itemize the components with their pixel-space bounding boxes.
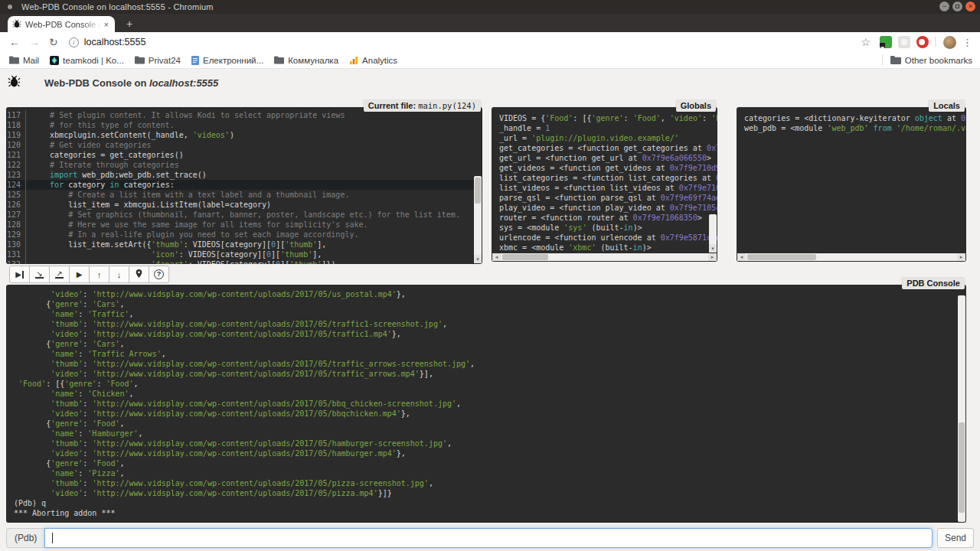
code-line: 126 list_item = xbmcgui.ListItem(label=c… — [6, 200, 482, 210]
pdb-console-tag: PDB Console — [902, 278, 965, 289]
locals-tag: Locals — [929, 100, 965, 112]
locals-panel: Locals categories = <dictionary-keyitera… — [737, 107, 966, 262]
bookmark-item[interactable]: teamkodi | Ko... — [50, 56, 124, 65]
globals-horizontal-scrollbar[interactable]: ◂ ▸ — [492, 253, 717, 261]
site-info-icon[interactable]: i — [69, 37, 79, 47]
back-icon[interactable]: ← — [9, 36, 20, 48]
folder-icon — [135, 56, 145, 64]
console-line: 'thumb': 'http://www.vidsplay.com/wp-con… — [14, 399, 966, 409]
maximize-button[interactable] — [952, 2, 962, 11]
line-number: 119 — [6, 130, 26, 140]
console-line: sys = <module 'sys' (built-in)> — [499, 223, 717, 233]
bookmark-item[interactable]: Privat24 — [135, 56, 181, 65]
console-line: urlencode = <function urlencode at 0x7f9… — [499, 233, 717, 243]
globals-panel: Globals VIDEOS = {'Food': [{'genre': 'Fo… — [492, 107, 717, 262]
stack-up-button[interactable]: ↑ — [89, 266, 109, 283]
line-number: 127 — [6, 210, 26, 220]
code-line: 130 list_item.setArt({'thumb': VIDEOS[ca… — [6, 240, 482, 249]
console-line: 'thumb': 'http://www.vidsplay.com/wp-con… — [14, 319, 966, 329]
console-line: get_url = <function get_url at 0x7f9e6a0… — [499, 153, 717, 163]
locals-view: categories = <dictionary-keyiterator obj… — [737, 107, 966, 253]
locals-horizontal-scrollbar[interactable]: ◂ ▸ — [737, 253, 965, 261]
console-vertical-scrollbar[interactable] — [958, 295, 965, 522]
scroll-down-icon[interactable]: ▾ — [474, 255, 482, 263]
forward-icon[interactable]: → — [29, 36, 40, 48]
extension-red-icon[interactable] — [916, 36, 929, 48]
pdb-command-input[interactable] — [44, 528, 933, 548]
step-into-button[interactable]: ↘ — [29, 266, 50, 283]
console-line: 'video': 'http://www.vidsplay.com/wp-con… — [14, 289, 966, 299]
code-line: 125 # Create a list item with a text lab… — [6, 190, 482, 200]
line-number: 131 — [6, 249, 26, 259]
minimize-button[interactable]: − — [939, 2, 949, 11]
close-button[interactable]: × — [965, 2, 975, 11]
line-number: 128 — [6, 220, 26, 230]
source-code-view: 117 # Set plugin content. It allows Kodi… — [6, 107, 482, 264]
send-button[interactable]: Send — [937, 528, 974, 548]
globals-vertical-scrollbar[interactable]: ▾ — [709, 214, 717, 253]
step-next-button[interactable]: ▶ — [9, 266, 30, 283]
line-number: 121 — [6, 150, 26, 160]
navigation-bar: ← → ↻ i localhost:5555 ☆ ⋮ — [0, 32, 980, 52]
console-line: {'genre': 'Cars', — [14, 339, 966, 349]
code-line: 119 xbmcplugin.setContent(_handle, 'vide… — [6, 130, 482, 140]
text-caret — [52, 533, 53, 543]
step-into-icon: ↘ — [35, 270, 43, 279]
console-line: 'name': 'Traffic Arrows', — [14, 349, 966, 359]
line-number: 132 — [6, 259, 26, 264]
console-line: *** Aborting addon *** — [14, 508, 966, 518]
code-vertical-scrollbar[interactable]: ▾ — [474, 176, 482, 263]
scroll-right-icon[interactable]: ▸ — [957, 253, 965, 261]
step-next-icon: ▶ — [15, 271, 24, 279]
bookmark-star-icon[interactable]: ☆ — [861, 36, 871, 48]
scroll-left-icon[interactable]: ◂ — [737, 253, 746, 261]
code-line: 123 import web_pdb;web_pdb.set_trace() — [6, 170, 482, 180]
tab-strip: Web-PDB Console on loca × + — [0, 14, 980, 32]
console-line: list_videos = <function list_videos at 0… — [499, 183, 717, 193]
console-line: 'video': 'http://www.vidsplay.com/wp-con… — [14, 409, 966, 419]
code-line: 121 categories = get_categories() — [6, 150, 482, 160]
stack-down-button[interactable]: ↓ — [109, 266, 129, 283]
where-button[interactable] — [129, 266, 149, 283]
bookmark-item[interactable]: Електронний... — [191, 56, 263, 65]
other-bookmarks[interactable]: Other bookmarks — [882, 55, 972, 65]
continue-button[interactable]: ▶ — [69, 266, 90, 283]
scrollbar-thumb[interactable] — [747, 254, 816, 260]
console-line: 'video': 'http://www.vidsplay.com/wp-con… — [14, 488, 966, 498]
extension-gray-icon[interactable] — [898, 36, 910, 48]
bookmark-item[interactable]: Mail — [9, 56, 39, 65]
console-line: parse_qsl = <function parse_qsl at 0x7f9… — [499, 193, 717, 203]
scroll-left-icon[interactable]: ◂ — [492, 253, 501, 261]
console-line: web_pdb = <module 'web_pdb' from '/home/… — [744, 123, 966, 133]
scrollbar-thumb[interactable] — [502, 254, 548, 260]
line-number: 122 — [6, 160, 26, 170]
help-button[interactable]: ? — [149, 266, 169, 283]
bookmark-item[interactable]: Analytics — [349, 56, 397, 65]
console-line: play_video = <function play_video at 0x7… — [499, 203, 717, 213]
code-line: 124 for category in categories: — [6, 180, 482, 190]
browser-tab[interactable]: Web-PDB Console on loca × — [8, 16, 115, 32]
console-line: {'genre': 'Food', — [14, 458, 966, 468]
bug-icon — [8, 75, 21, 91]
console-line: 'video': 'http://www.vidsplay.com/wp-con… — [14, 448, 966, 458]
scroll-right-icon[interactable]: ▸ — [708, 253, 717, 261]
scroll-down-icon[interactable]: ▾ — [709, 244, 717, 253]
browser-menu-icon[interactable]: ⋮ — [962, 37, 972, 48]
reload-icon[interactable]: ↻ — [49, 36, 58, 48]
globals-tag: Globals — [676, 100, 716, 112]
step-out-button[interactable]: ↗ — [49, 266, 70, 283]
address-bar[interactable]: localhost:5555 — [84, 37, 861, 47]
tab-favicon-bug-icon — [12, 18, 21, 31]
tab-close-icon[interactable]: × — [103, 20, 110, 29]
bookmark-item[interactable]: Коммуналка — [274, 56, 338, 65]
doc-icon — [191, 56, 199, 65]
code-line: 118 # for this type of content. — [6, 120, 482, 130]
new-tab-button[interactable]: + — [122, 18, 136, 30]
console-line: 'name': 'Chicken', — [14, 389, 966, 399]
help-icon: ? — [154, 269, 164, 279]
scrollbar-thumb[interactable] — [475, 178, 481, 204]
profile-avatar[interactable] — [943, 36, 956, 49]
extension-green-icon[interactable] — [880, 36, 892, 48]
scrollbar-thumb[interactable] — [959, 422, 965, 513]
folder-icon — [274, 56, 284, 64]
